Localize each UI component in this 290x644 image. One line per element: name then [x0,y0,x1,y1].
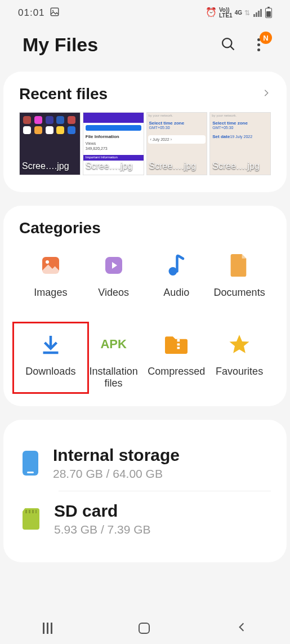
recent-file-name: Scree….jpg [147,159,207,175]
videos-icon [102,254,125,277]
storage-card: Internal storage 28.70 GB / 64.00 GB SD … [3,420,287,562]
recent-file-thumb[interactable]: by your network. Select time zoneGMT+05:… [146,112,208,175]
images-icon [39,254,62,277]
sd-icon [23,508,39,530]
categories-card: Categories Images Videos Audio Documents… [3,206,287,406]
audio-icon [165,254,188,277]
svg-point-1 [52,10,53,11]
svg-rect-13 [177,347,180,349]
data-arrows-icon: ⇅ [244,10,250,16]
phone-icon [23,451,38,476]
status-time: 01:01 [18,7,45,19]
more-icon [257,38,260,51]
chevron-right-icon[interactable] [262,88,271,100]
documents-icon [228,254,251,277]
apk-icon: APK [102,333,125,356]
nav-back-button[interactable] [236,621,247,635]
svg-rect-0 [51,8,59,16]
svg-point-5 [46,260,49,264]
search-icon[interactable] [220,36,236,54]
svg-rect-11 [177,339,180,342]
notification-badge: N [260,32,272,44]
internal-storage-row[interactable]: Internal storage 28.70 GB / 64.00 GB [19,436,271,491]
nav-home-button[interactable] [139,623,150,634]
battery-icon [265,8,272,18]
lte-indicator: Vo)) LTE1 [219,7,233,19]
alarm-icon [206,10,217,16]
svg-point-2 [222,38,231,47]
category-installation-files[interactable]: APK Installation files [82,333,145,389]
recent-files-card: Recent files Scree….jpg Get Support File… [3,72,287,192]
category-videos[interactable]: Videos [82,254,145,310]
categories-title: Categories [19,219,271,237]
recent-file-thumb[interactable]: Scree….jpg [19,112,81,175]
category-audio[interactable]: Audio [145,254,208,310]
app-header: My Files N [0,23,290,72]
signal-icon [253,9,262,17]
storage-title: Internal storage [53,446,180,465]
storage-subtitle: 28.70 GB / 64.00 GB [53,467,180,481]
compressed-icon [165,333,188,356]
picture-icon [50,7,60,20]
storage-subtitle: 5.93 GB / 7.39 GB [54,523,151,536]
page-title: My Files [23,34,220,56]
status-bar: 01:01 Vo)) LTE1 4G ⇅ [0,0,290,23]
category-images[interactable]: Images [19,254,82,310]
category-favourites[interactable]: Favourites [208,333,271,389]
recent-files-title[interactable]: Recent files [19,85,108,103]
navigation-bar [0,612,290,644]
category-documents[interactable]: Documents [208,254,271,310]
downloads-icon [39,333,62,356]
recent-file-name: Scree….jpg [210,159,270,175]
recent-file-name: Scree….jpg [83,159,144,175]
storage-title: SD card [54,501,151,521]
favourites-icon [228,333,251,356]
more-button[interactable]: N [249,38,267,51]
recent-file-thumb[interactable]: by your network. Select time zoneGMT+05:… [209,112,271,175]
svg-rect-12 [177,343,180,345]
net-indicator: 4G [235,10,242,16]
category-compressed[interactable]: Compressed [145,333,208,389]
recent-file-name: Scree….jpg [20,159,80,175]
category-downloads[interactable]: Downloads [19,333,82,389]
sd-card-row[interactable]: SD card 5.93 GB / 7.39 GB [19,491,271,547]
nav-recents-button[interactable] [43,623,52,634]
recent-file-thumb[interactable]: Get Support File Information Views 349,8… [83,112,144,175]
svg-line-3 [231,46,234,50]
